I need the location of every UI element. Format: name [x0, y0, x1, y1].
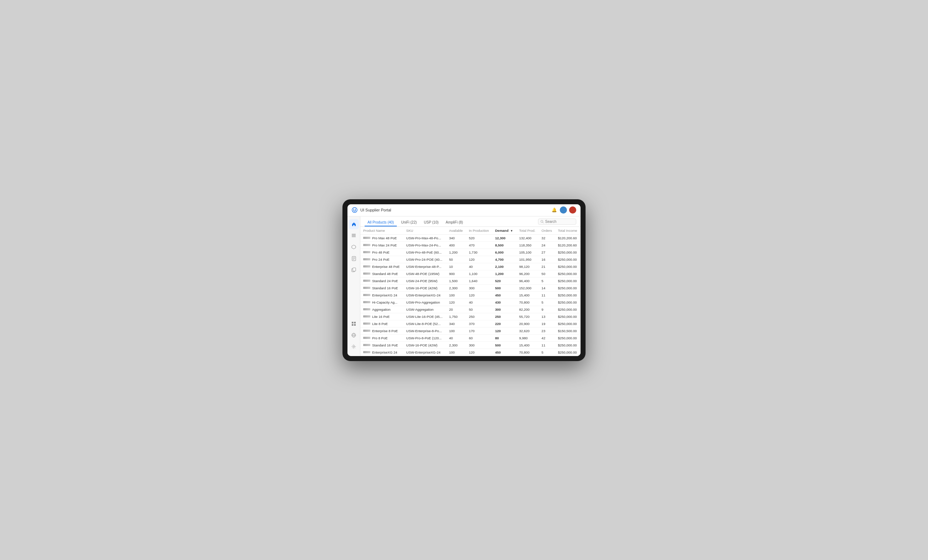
sidebar — [348, 216, 360, 356]
table-row[interactable]: Standard 16 PoE USW-16-POE (42W) 2,300 3… — [360, 341, 580, 348]
sidebar-item-grid[interactable] — [349, 319, 359, 329]
cell-total-prod: 15,400 — [516, 291, 539, 298]
cell-orders: 24 — [539, 242, 555, 248]
cell-product-name: Hi-Capacity Ag... — [360, 298, 403, 306]
table-row[interactable]: Lite 8 PoE USW-Lite-8-POE (52... 340 370… — [360, 320, 580, 327]
search-input[interactable] — [545, 220, 574, 224]
sidebar-item-doc[interactable] — [349, 254, 359, 263]
tab-unifi[interactable]: UniFi (22) — [398, 219, 420, 227]
table-row[interactable]: Standard 48 PoE USW-48-POE (195W) 900 1,… — [360, 270, 580, 277]
cell-total-prod: 98,120 — [516, 263, 539, 270]
product-icon — [363, 244, 370, 246]
table-row[interactable]: Pro Max 24 PoE USW-Pro-Max-24-Po... 400 … — [360, 242, 580, 248]
table-row[interactable]: Enterprise 48 PoE USW-Enterprise-48-P...… — [360, 263, 580, 270]
cell-demand: 520 — [492, 277, 516, 284]
product-icon — [363, 330, 370, 332]
globe-icon — [351, 333, 356, 338]
cell-product-name: Pro Max 48 PoE — [360, 234, 403, 242]
cell-sku: USW-Pro-24-POE (40... — [403, 256, 446, 263]
table-row[interactable]: Hi-Capacity Ag... USW-Pro-Aggregation 12… — [360, 298, 580, 306]
products-table: Product Name SKU Available In Production… — [360, 227, 580, 356]
table-row[interactable]: Aggregation USW-Aggregation 20 50 300 82… — [360, 306, 580, 313]
product-icon — [363, 351, 370, 353]
cell-orders: 11 — [539, 341, 555, 348]
cell-demand: 4,700 — [492, 256, 516, 263]
cell-total-income: $250,000.00 — [555, 320, 580, 327]
cell-product-name: Enterprise 8 PoE — [360, 327, 403, 334]
tab-usp[interactable]: USP (10) — [421, 219, 441, 227]
cell-total-income: $150,500.00 — [555, 327, 580, 334]
tab-amplifi[interactable]: AmpliFi (8) — [443, 219, 466, 227]
top-bar: UI Supplier Portal 🔔 — [348, 204, 580, 216]
content-area: All Products (40) UniFi (22) USP (10) Am… — [360, 216, 580, 356]
cell-available: 2,300 — [446, 341, 466, 348]
cell-in-production: 470 — [466, 242, 492, 248]
cell-available: 20 — [446, 306, 466, 313]
avatar-user[interactable] — [569, 207, 576, 213]
table-row[interactable]: Pro 48 PoE USW-Pro-48-PoE (60... 1,200 1… — [360, 248, 580, 256]
table-row[interactable]: Lite 16 PoE USW-Lite-16-POE (45... 1,750… — [360, 313, 580, 320]
cell-in-production: 60 — [466, 334, 492, 341]
cell-sku: USW-EnterpriseXG-24 — [403, 291, 446, 298]
cell-total-prod: 105,100 — [516, 248, 539, 256]
table-row[interactable]: EnterpriseXG 24 USW-EnterpriseXG-24 100 … — [360, 348, 580, 356]
sidebar-item-globe[interactable] — [349, 330, 359, 340]
ubiquiti-logo — [352, 207, 357, 213]
cell-orders: 32 — [539, 234, 555, 242]
product-icon — [363, 337, 370, 339]
sidebar-item-copy[interactable] — [349, 265, 359, 275]
cell-product-name: Standard 48 PoE — [360, 270, 403, 277]
cell-total-prod: 20,900 — [516, 320, 539, 327]
cell-orders: 14 — [539, 284, 555, 291]
cell-demand: 450 — [492, 348, 516, 356]
cell-available: 1,500 — [446, 277, 466, 284]
cell-demand: 500 — [492, 284, 516, 291]
avatar-blue[interactable] — [560, 207, 567, 213]
sidebar-item-list[interactable] — [349, 231, 359, 241]
table-row[interactable]: Pro Max 48 PoE USW-Pro-Max-48-Po... 340 … — [360, 234, 580, 242]
cell-in-production: 370 — [466, 320, 492, 327]
cell-orders: 5 — [539, 277, 555, 284]
svg-rect-2 — [352, 235, 356, 236]
cell-available: 340 — [446, 320, 466, 327]
table-row[interactable]: Pro 24 PoE USW-Pro-24-POE (40... 50 120 … — [360, 256, 580, 263]
table-row[interactable]: EnterpriseXG 24 USW-EnterpriseXG-24 100 … — [360, 291, 580, 298]
grid-icon — [351, 321, 356, 326]
tabs-bar: All Products (40) UniFi (22) USP (10) Am… — [360, 216, 580, 227]
cell-demand: 300 — [492, 306, 516, 313]
table-row[interactable]: Standard 16 PoE USW-16-POE (42W) 2,300 3… — [360, 284, 580, 291]
search-box[interactable] — [538, 219, 576, 225]
col-in-production: In Production — [466, 227, 492, 234]
settings-icon — [351, 344, 356, 349]
table-row[interactable]: Standard 24 PoE USW-24-POE (95W) 1,500 1… — [360, 277, 580, 284]
table-row[interactable]: Enterprise 8 PoE USW-Enterprise-8-Po... … — [360, 327, 580, 334]
col-available: Available — [446, 227, 466, 234]
cell-total-income: $250,000.00 — [555, 341, 580, 348]
svg-rect-3 — [352, 236, 356, 237]
cell-in-production: 120 — [466, 291, 492, 298]
cell-product-name: Standard 24 PoE — [360, 277, 403, 284]
sidebar-bottom — [349, 319, 359, 353]
sidebar-item-home[interactable] — [349, 219, 359, 229]
tab-all-products[interactable]: All Products (40) — [365, 219, 397, 227]
product-icon — [363, 258, 370, 260]
table-row[interactable]: Pro 8 PoE USW-Pro-8-PoE (120... 40 60 80… — [360, 334, 580, 341]
col-orders: Orders — [539, 227, 555, 234]
svg-rect-11 — [352, 322, 354, 324]
cell-sku: USW-Lite-8-POE (52... — [403, 320, 446, 327]
col-demand[interactable]: Demand ▼ — [492, 227, 516, 234]
cell-in-production: 300 — [466, 341, 492, 348]
sidebar-item-box[interactable] — [349, 242, 359, 252]
cell-available: 2,300 — [446, 284, 466, 291]
cell-orders: 21 — [539, 263, 555, 270]
cell-sku: USW-Enterprise-8-Po... — [403, 327, 446, 334]
cell-total-income: $250,000.00 — [555, 298, 580, 306]
cell-sku: USW-16-POE (42W) — [403, 341, 446, 348]
sidebar-item-settings[interactable] — [349, 342, 359, 352]
cell-total-prod: 70,800 — [516, 298, 539, 306]
cell-product-name: EnterpriseXG 24 — [360, 348, 403, 356]
notification-icon[interactable]: 🔔 — [551, 207, 558, 213]
device-screen: UI Supplier Portal 🔔 — [348, 204, 580, 356]
cell-available: 100 — [446, 327, 466, 334]
cell-orders: 13 — [539, 313, 555, 320]
